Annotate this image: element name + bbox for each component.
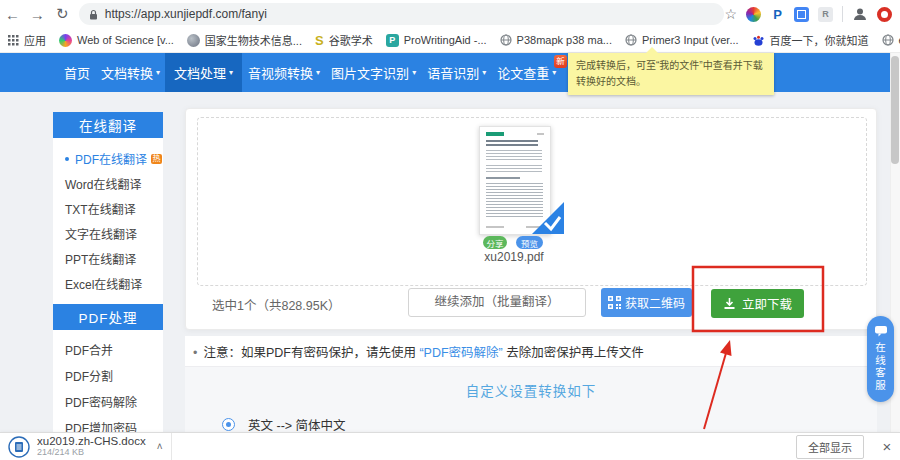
prowritingaid-icon: P xyxy=(386,34,399,47)
bookmark-star-icon[interactable]: ☆ xyxy=(724,6,737,22)
sidebar-item-word-translate[interactable]: Word在线翻译 xyxy=(53,171,163,196)
bookmark-item[interactable]: 百度一下，你就知道 xyxy=(752,32,869,48)
lower-panel: •注意：如果PDF有密码保护，请先使用 “PDF密码解除” 去除加密保护再上传文… xyxy=(185,336,877,432)
bookmark-label: P38mapk p38 ma... xyxy=(517,34,612,46)
globe-icon xyxy=(625,34,637,46)
file-card: 分享 预览 xu2019.pdf 选中1个（共828.95K） 继续添加（批量翻… xyxy=(185,108,877,330)
online-service-label: 在线客服 xyxy=(873,342,888,392)
nav-item-paper-check[interactable]: 论文查重 ▾ 新 xyxy=(491,53,561,92)
sidebar-item-text-translate[interactable]: 文字在线翻译 xyxy=(53,221,163,246)
online-service-widget[interactable]: 在线客服 xyxy=(867,316,894,402)
download-bar: xu2019.zh-CHS.docx 214/214 KB ˄ 全部显示 × xyxy=(0,432,900,460)
bookmark-item[interactable]: S 谷歌学术 xyxy=(315,32,373,48)
apps-label: 应用 xyxy=(24,32,46,48)
add-more-button[interactable]: 继续添加（批量翻译） xyxy=(408,288,586,317)
sidebar-item-label: PDF分割 xyxy=(65,367,113,384)
sidebar-item-label: Word在线翻译 xyxy=(65,175,141,192)
sidebar-item-ppt-translate[interactable]: PPT在线翻译 xyxy=(53,246,163,271)
sidebar-item-label: Excel在线翻译 xyxy=(65,275,142,292)
bookmark-label: Web of Science [v... xyxy=(77,34,174,46)
apps-grid-icon xyxy=(8,35,19,46)
selected-check-icon[interactable] xyxy=(532,202,564,234)
sidebar-section-title-translate: 在线翻译 xyxy=(53,112,163,138)
record-red-icon[interactable] xyxy=(877,7,892,22)
settings-section: 自定义设置转换如下 英文 --> 简体中文 xyxy=(185,366,877,433)
bookmark-label: ProWritingAid -... xyxy=(404,34,487,46)
get-qrcode-label: 获取二维码 xyxy=(625,294,685,311)
extension-colorwheel-icon[interactable] xyxy=(746,7,761,22)
share-tag[interactable]: 分享 xyxy=(483,236,507,249)
download-now-button[interactable]: 立即下载 xyxy=(711,289,804,318)
profile-icon[interactable] xyxy=(852,6,868,22)
bookmark-item[interactable]: P38mapk p38 ma... xyxy=(500,34,612,46)
back-icon[interactable]: ← xyxy=(0,6,25,23)
apps-menu[interactable]: 应用 xyxy=(8,32,46,48)
nav-label: 音视频转换 xyxy=(248,63,313,82)
nav-item-home[interactable]: 首页 xyxy=(58,53,95,92)
radio-selected-icon[interactable] xyxy=(222,418,235,431)
chevron-down-icon: ▾ xyxy=(552,68,556,77)
password-note: •注意：如果PDF有密码保护，请先使用 “PDF密码解除” 去除加密保护再上传文… xyxy=(193,342,644,361)
sidebar-item-txt-translate[interactable]: TXT在线翻译 xyxy=(53,196,163,221)
sidebar-item-pdf-unlock[interactable]: PDF密码解除 xyxy=(53,388,163,414)
toolbar-divider xyxy=(842,6,843,22)
download-file-name: xu2019.zh-CHS.docx xyxy=(37,435,146,448)
word-doc-icon xyxy=(8,436,30,458)
nav-item-doc-convert[interactable]: 文档转换 ▾ xyxy=(95,53,165,92)
chevron-down-icon: ▾ xyxy=(482,68,486,77)
chat-icon xyxy=(874,325,888,337)
bookmark-item[interactable]: ehall.tjutcm.edu.c... xyxy=(882,34,900,46)
pdf-unlock-link[interactable]: “PDF密码解除” xyxy=(419,346,502,360)
ncbi-icon xyxy=(187,34,200,47)
bookmark-item[interactable]: Web of Science [v... xyxy=(59,34,174,47)
url-bar[interactable]: https://app.xunjiepdf.com/fanyi xyxy=(79,3,725,25)
nav-label: 首页 xyxy=(64,63,90,82)
refresh-icon[interactable]: ↻ xyxy=(50,5,75,23)
file-name: xu2019.pdf xyxy=(449,250,579,264)
show-all-button[interactable]: 全部显示 xyxy=(796,435,864,459)
close-downloads-icon[interactable]: × xyxy=(874,438,900,455)
get-qrcode-button[interactable]: 获取二维码 xyxy=(601,288,692,317)
forward-icon[interactable]: → xyxy=(25,6,50,23)
sidebar-item-label: 文字在线翻译 xyxy=(65,225,137,242)
sidebar-item-label: TXT在线翻译 xyxy=(65,200,136,217)
download-icon xyxy=(723,297,736,310)
nav-label: 图片文字识别 xyxy=(331,63,409,82)
sidebar-item-label: PPT在线翻译 xyxy=(65,250,136,267)
preview-tag[interactable]: 预览 xyxy=(516,236,543,249)
sidebar-item-pdf-merge[interactable]: PDF合并 xyxy=(53,336,163,362)
sidebar-item-label: PDF合并 xyxy=(65,341,113,358)
sidebar-item-label: PDF密码解除 xyxy=(65,393,137,410)
extension-p-icon[interactable]: P xyxy=(770,7,785,22)
google-scholar-icon: S xyxy=(315,33,324,48)
extension-gray-icon[interactable]: R xyxy=(818,7,833,22)
tooltip: 完成转换后，可至“我的文件”中查看并下载 转换好的文档。 xyxy=(568,53,774,95)
sidebar-item-pdf-translate[interactable]: PDF在线翻译 热 xyxy=(53,146,163,171)
bookmark-item[interactable]: P ProWritingAid -... xyxy=(386,34,487,47)
chevron-down-icon: ▾ xyxy=(316,68,320,77)
download-file-size: 214/214 KB xyxy=(37,447,146,458)
extension-blue-icon[interactable] xyxy=(794,7,809,22)
selected-info: 选中1个（共828.95K） xyxy=(212,295,341,314)
scrollbar-thumb[interactable] xyxy=(891,56,899,164)
sidebar-item-excel-translate[interactable]: Excel在线翻译 xyxy=(53,271,163,296)
globe-icon xyxy=(500,34,512,46)
sidebar-item-pdf-split[interactable]: PDF分割 xyxy=(53,362,163,388)
settings-title: 自定义设置转换如下 xyxy=(185,367,877,400)
bookmark-label: 谷歌学术 xyxy=(329,32,373,48)
chevron-up-icon[interactable]: ˄ xyxy=(157,441,163,452)
bookmark-item[interactable]: Primer3 Input (ver... xyxy=(625,34,739,46)
downloaded-file-item[interactable]: xu2019.zh-CHS.docx 214/214 KB ˄ xyxy=(0,433,172,460)
nav-item-doc-process[interactable]: 文档处理 ▾ xyxy=(165,53,242,92)
screen: ← → ↻ https://app.xunjiepdf.com/fanyi ☆ … xyxy=(0,0,900,460)
nav-item-av-convert[interactable]: 音视频转换 ▾ xyxy=(242,53,325,92)
sidebar-section-title-pdf: PDF处理 xyxy=(53,304,163,330)
sidebar-list-pdf: PDF合并 PDF分割 PDF密码解除 PDF增加密码 xyxy=(53,336,163,440)
nav-item-speech[interactable]: 语音识别 ▾ xyxy=(421,53,491,92)
tooltip-line: 转换好的文档。 xyxy=(576,74,766,90)
nav-label: 文档处理 xyxy=(174,63,226,82)
tooltip-line: 完成转换后，可至“我的文件”中查看并下载 xyxy=(576,58,766,74)
nav-item-ocr[interactable]: 图片文字识别 ▾ xyxy=(325,53,421,92)
baidu-icon xyxy=(752,34,765,47)
bookmark-item[interactable]: 国家生物技术信息... xyxy=(187,32,302,48)
